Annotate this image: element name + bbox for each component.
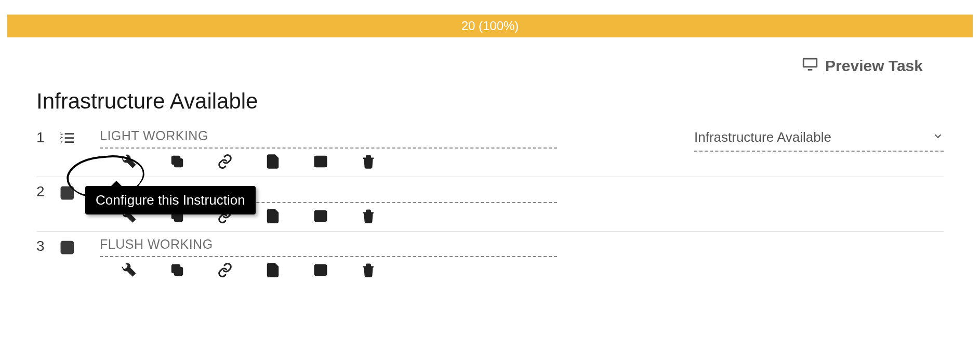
row-number: 1: [36, 128, 59, 146]
svg-point-11: [317, 213, 320, 216]
configure-button[interactable]: [121, 154, 138, 171]
dashed-divider: [100, 147, 557, 149]
svg-text:1: 1: [60, 132, 62, 136]
trash-icon: [361, 262, 376, 280]
checkbox-icon: [59, 237, 84, 258]
delete-button[interactable]: [360, 208, 377, 226]
page-title: Infrastructure Available: [36, 89, 944, 114]
document-button[interactable]: [264, 154, 282, 171]
instruction-row: 3 FLUSH WORKING: [36, 237, 944, 285]
instruction-row: 1 123 LIGHT WORKING: [36, 128, 944, 177]
copy-icon: [169, 154, 185, 171]
instruction-label[interactable]: FLUSH WORKING: [100, 237, 944, 252]
document-button[interactable]: [264, 262, 282, 280]
link-button[interactable]: [216, 262, 234, 280]
image-button[interactable]: [312, 154, 329, 171]
trash-icon: [361, 154, 376, 171]
progress-bar: 20 (100%): [7, 15, 973, 37]
configure-tooltip: Configure this Instruction: [85, 186, 256, 214]
svg-point-6: [317, 159, 320, 162]
monitor-icon: [801, 55, 819, 76]
image-button[interactable]: [312, 208, 329, 226]
configure-button[interactable]: [121, 262, 138, 280]
instruction-label[interactable]: LIGHT WORKING: [100, 128, 679, 143]
document-icon: [265, 208, 281, 226]
group-select[interactable]: Infrastructure Available: [694, 129, 944, 145]
image-icon: [313, 154, 328, 171]
dashed-divider: [100, 256, 557, 257]
chevron-down-icon: [932, 129, 944, 145]
checkbox-icon: [59, 182, 84, 203]
wrench-icon: [122, 154, 137, 171]
svg-rect-4: [172, 156, 180, 164]
link-icon: [217, 154, 233, 171]
delete-button[interactable]: [360, 154, 377, 171]
trash-icon: [361, 208, 376, 226]
preview-task-button[interactable]: Preview Task: [801, 55, 923, 76]
svg-point-16: [317, 267, 320, 270]
document-icon: [265, 154, 281, 171]
copy-button[interactable]: [168, 262, 186, 280]
instruction-toolbar: [100, 154, 679, 171]
copy-button[interactable]: [168, 154, 186, 171]
svg-rect-14: [172, 265, 180, 273]
progress-text: 20 (100%): [461, 19, 519, 33]
instruction-toolbar: [100, 262, 944, 280]
image-button[interactable]: [312, 262, 329, 280]
delete-button[interactable]: [360, 262, 377, 280]
dashed-divider: [694, 151, 944, 152]
preview-task-label: Preview Task: [825, 57, 923, 75]
link-icon: [217, 262, 233, 280]
copy-icon: [169, 262, 185, 280]
numbered-list-icon: 123: [59, 128, 84, 149]
document-icon: [265, 262, 281, 280]
group-select-label: Infrastructure Available: [694, 129, 831, 145]
tooltip-text: Configure this Instruction: [96, 192, 245, 208]
wrench-icon: [122, 262, 137, 280]
svg-text:3: 3: [60, 140, 62, 144]
document-button[interactable]: [264, 208, 282, 226]
image-icon: [313, 208, 328, 226]
row-number: 3: [36, 237, 59, 254]
image-icon: [313, 262, 328, 280]
row-number: 2: [36, 182, 59, 200]
svg-text:2: 2: [60, 136, 62, 140]
link-button[interactable]: [216, 154, 234, 171]
